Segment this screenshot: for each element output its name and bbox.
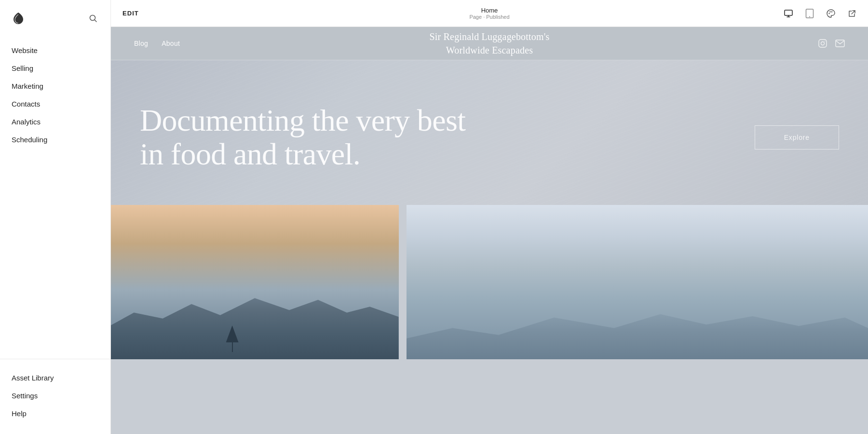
topbar-actions <box>780 5 860 22</box>
site-image-left <box>111 205 399 359</box>
site-nav-about[interactable]: About <box>162 40 180 47</box>
svg-point-9 <box>831 11 832 12</box>
topbar: EDIT Home Page · Published <box>111 0 868 27</box>
sidebar-item-marketing[interactable]: Marketing <box>0 77 110 95</box>
site-nav-blog[interactable]: Blog <box>134 40 148 47</box>
sidebar-header <box>0 0 110 32</box>
site-hero: Documenting the very best in food and tr… <box>111 60 868 205</box>
site-nav: Blog About <box>134 40 180 47</box>
sidebar-item-analytics[interactable]: Analytics <box>0 113 110 131</box>
svg-point-7 <box>828 13 829 14</box>
site-title-line1: Sir Reginald Luggagebottom's <box>429 30 549 43</box>
svg-point-0 <box>90 15 95 21</box>
site-header-icons <box>818 39 845 48</box>
edit-label[interactable]: EDIT <box>122 10 139 17</box>
desktop-view-button[interactable] <box>780 5 797 22</box>
website-preview: Blog About Sir Reginald Luggagebottom's … <box>111 27 868 434</box>
svg-point-6 <box>809 16 810 17</box>
site-hero-cta-button[interactable]: Explore <box>755 125 839 149</box>
svg-point-12 <box>825 41 826 42</box>
sidebar-bottom: Asset Library Settings Help <box>0 359 110 434</box>
site-images <box>111 205 868 359</box>
sidebar-item-settings[interactable]: Settings <box>0 387 110 405</box>
instagram-icon[interactable] <box>818 39 827 48</box>
sidebar-item-website[interactable]: Website <box>0 41 110 59</box>
logo-icon[interactable] <box>10 10 27 27</box>
sidebar-item-scheduling[interactable]: Scheduling <box>0 131 110 149</box>
preview-area[interactable]: Blog About Sir Reginald Luggagebottom's … <box>111 27 868 434</box>
svg-point-11 <box>821 42 825 45</box>
svg-rect-13 <box>836 40 844 47</box>
site-title-line2: Worldwide Escapades <box>429 43 549 57</box>
page-name: Home <box>469 7 509 14</box>
sidebar-item-contacts[interactable]: Contacts <box>0 95 110 113</box>
svg-rect-10 <box>819 40 827 47</box>
site-image-right <box>407 205 868 359</box>
search-button[interactable] <box>85 11 101 26</box>
palette-button[interactable] <box>823 5 839 22</box>
tablet-view-button[interactable] <box>801 5 818 22</box>
sidebar-item-help[interactable]: Help <box>0 405 110 422</box>
main-area: EDIT Home Page · Published <box>111 0 868 434</box>
site-header: Blog About Sir Reginald Luggagebottom's … <box>111 27 868 60</box>
site-title: Sir Reginald Luggagebottom's Worldwide E… <box>429 30 549 57</box>
sidebar-item-selling[interactable]: Selling <box>0 59 110 77</box>
svg-line-1 <box>95 20 97 22</box>
sidebar-item-asset-library[interactable]: Asset Library <box>0 369 110 387</box>
topbar-center: Home Page · Published <box>469 7 509 20</box>
site-hero-headline: Documenting the very best in food and tr… <box>140 104 477 172</box>
tree-decoration <box>232 333 233 352</box>
external-link-button[interactable] <box>844 5 860 22</box>
page-status: Page · Published <box>469 14 509 20</box>
svg-point-8 <box>829 11 830 12</box>
email-icon[interactable] <box>835 40 845 47</box>
site-hero-text: Documenting the very best in food and tr… <box>140 104 477 172</box>
svg-rect-2 <box>785 10 792 15</box>
sidebar: Website Selling Marketing Contacts Analy… <box>0 0 111 434</box>
main-nav: Website Selling Marketing Contacts Analy… <box>0 37 110 359</box>
